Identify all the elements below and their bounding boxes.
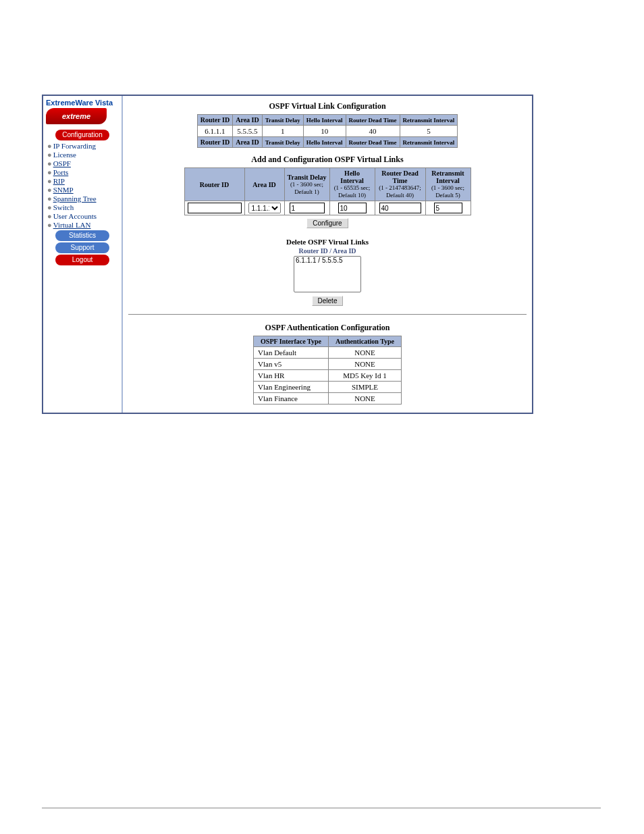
nav-label: SNMP: [53, 186, 74, 194]
cell-router-dead-time: 40: [346, 126, 400, 137]
nav-user-accounts[interactable]: ●User Accounts: [47, 212, 119, 220]
router-dead-time-input[interactable]: [379, 203, 421, 213]
nav-label: Virtual LAN: [53, 221, 91, 229]
area-id-select[interactable]: 1.1.1.1: [248, 203, 281, 213]
nav-label: License: [53, 151, 76, 159]
auth-row: Vlan HRMD5 Key Id 1: [254, 370, 402, 382]
col-hello-interval: Hello Interval: [303, 115, 346, 126]
hello-interval-input[interactable]: [338, 203, 367, 213]
col-retransmit-interval-2: Retransmit Interval: [400, 137, 458, 148]
auth-iface: Vlan Finance: [254, 393, 329, 405]
nav-ip-forwarding[interactable]: ●IP Forwarding: [47, 142, 119, 150]
cell-transit-delay: 1: [262, 126, 303, 137]
retransmit-interval-input[interactable]: [434, 203, 462, 213]
transit-delay-input[interactable]: [290, 203, 325, 213]
nav-label: Switch: [53, 203, 74, 211]
support-button[interactable]: Support: [55, 242, 109, 253]
cell-hello-interval: 10: [303, 126, 346, 137]
auth-type: NONE: [329, 347, 402, 359]
add-config-table: Router ID Area ID Transit Delay(1 - 3600…: [184, 167, 471, 215]
col-retransmit-interval: Retransmit Interval: [400, 115, 458, 126]
delete-links-select[interactable]: 6.1.1.1 / 5.5.5.5: [294, 256, 361, 292]
col-transit-delay: Transit Delay: [262, 115, 303, 126]
delete-links-title: Delete OSPF Virual Links: [123, 238, 532, 246]
col-area-id: Area ID: [233, 115, 263, 126]
add-config-title: Add and Configuration OSPF Virtual Links: [123, 155, 532, 165]
auth-iface: Vlan Default: [254, 347, 329, 359]
auth-row: Vlan FinanceNONE: [254, 393, 402, 405]
col-area-id-2: Area ID: [233, 137, 263, 148]
cell-router-id: 6.1.1.1: [197, 126, 232, 137]
delete-link-option[interactable]: 6.1.1.1 / 5.5.5.5: [294, 257, 360, 265]
add-col-area-id: Area ID: [244, 168, 284, 201]
col-router-dead-time-2: Router Dead Time: [346, 137, 400, 148]
auth-iface: Vlan HR: [254, 370, 329, 382]
auth-type: SIMPLE: [329, 382, 402, 393]
auth-row: Vlan v5NONE: [254, 359, 402, 370]
vlink-config-title: OSPF Virtual Link Configuration: [123, 101, 532, 111]
nav-spanning-tree[interactable]: ●Spanning Tree: [47, 194, 119, 203]
page-footer-rule: [42, 808, 601, 808]
router-id-input[interactable]: [188, 203, 242, 213]
delete-button[interactable]: Delete: [312, 296, 344, 306]
add-col-router-id: Router ID: [184, 168, 244, 201]
logout-button[interactable]: Logout: [55, 255, 109, 265]
auth-col-iface: OSPF Interface Type: [254, 336, 329, 347]
brand-logo: extreme: [46, 108, 107, 124]
auth-col-type: Authentication Type: [329, 336, 402, 347]
nav-label: Spanning Tree: [53, 194, 97, 203]
col-transit-delay-2: Transit Delay: [262, 137, 303, 148]
nav-snmp[interactable]: ●SNMP: [47, 186, 119, 194]
col-router-dead-time: Router Dead Time: [346, 115, 400, 126]
content-pane: OSPF Virtual Link Configuration Router I…: [123, 96, 532, 413]
nav-ports[interactable]: ●Ports: [47, 168, 119, 176]
auth-iface: Vlan v5: [254, 359, 329, 370]
add-col-transit-delay: Transit Delay(1 - 3600 sec; Default 1): [284, 168, 329, 201]
col-router-id-2: Router ID: [197, 137, 232, 148]
col-hello-interval-2: Hello Interval: [303, 137, 346, 148]
add-col-retransmit-interval: Retransmit Interval(1 - 3600 sec; Defaul…: [425, 168, 471, 201]
nav-virtual-lan[interactable]: ●Virtual LAN: [47, 221, 119, 229]
statistics-button[interactable]: Statistics: [55, 230, 109, 241]
nav-rip[interactable]: ●RIP: [47, 177, 119, 185]
nav-label: RIP: [53, 177, 65, 185]
auth-config-title: OSPF Authentication Configuration: [123, 323, 532, 333]
nav-label: User Accounts: [53, 212, 97, 220]
nav-label: IP Forwarding: [53, 142, 96, 150]
nav-label: Ports: [53, 168, 69, 176]
auth-row: Vlan EngineeringSIMPLE: [254, 382, 402, 393]
add-config-row: 1.1.1.1: [184, 201, 471, 215]
auth-type: NONE: [329, 359, 402, 370]
sidebar: ExtremeWare Vista extreme Configuration …: [43, 96, 123, 413]
configure-button[interactable]: Configure: [306, 218, 348, 228]
add-col-hello-interval: Hello Interval(1 - 65535 sec; Default 10…: [329, 168, 375, 201]
delete-links-label: Router ID / Area ID: [123, 247, 532, 255]
auth-type: NONE: [329, 393, 402, 405]
nav-ospf[interactable]: ●OSPF: [47, 159, 119, 167]
vlink-table: Router ID Area ID Transit Delay Hello In…: [197, 114, 458, 148]
auth-row: Vlan DefaultNONE: [254, 347, 402, 359]
auth-type: MD5 Key Id 1: [329, 370, 402, 382]
nav-switch[interactable]: ●Switch: [47, 203, 119, 211]
configuration-button[interactable]: Configuration: [55, 130, 109, 140]
sidebar-title: ExtremeWare Vista: [46, 99, 119, 107]
auth-iface: Vlan Engineering: [254, 382, 329, 393]
vlink-row: 6.1.1.1 5.5.5.5 1 10 40 5: [197, 126, 458, 137]
nav-label: OSPF: [53, 159, 71, 167]
auth-table: OSPF Interface Type Authentication Type …: [253, 336, 402, 405]
section-divider: [128, 314, 527, 315]
col-router-id: Router ID: [197, 115, 232, 126]
cell-area-id: 5.5.5.5: [233, 126, 263, 137]
app-frame: ExtremeWare Vista extreme Configuration …: [42, 95, 533, 414]
add-col-router-dead-time: Router Dead Time(1 - 2147483647; Default…: [375, 168, 425, 201]
cell-retransmit-interval: 5: [400, 126, 458, 137]
nav-license[interactable]: ●License: [47, 151, 119, 159]
